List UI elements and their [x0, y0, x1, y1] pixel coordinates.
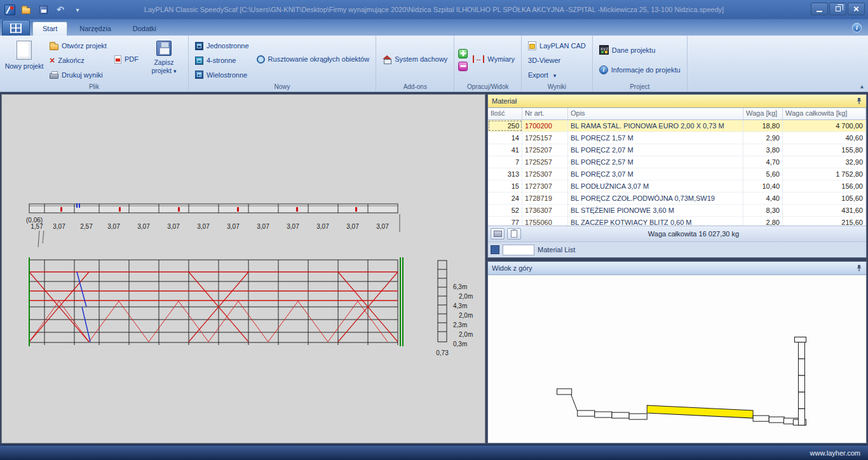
- add-button[interactable]: [458, 49, 468, 58]
- table-row[interactable]: 2501700200BL RAMA STAL. PIONOWA EURO 2,0…: [488, 120, 866, 132]
- help-info-icon[interactable]: [852, 23, 862, 32]
- topview-plan-drawing: [488, 275, 866, 442]
- drawing-canvas[interactable]: (0.06) 1,57 3,07 2,57 3,07 3,07 3,07 3,0…: [1, 94, 485, 443]
- layplan-cad-label: LayPLAN CAD: [539, 42, 586, 50]
- table-cell: 32,90: [783, 156, 866, 168]
- pdf-export-button[interactable]: PDF: [112, 53, 141, 66]
- material-report-button[interactable]: [491, 228, 505, 240]
- export-button[interactable]: Export: [526, 68, 588, 81]
- material-table-header[interactable]: Ilość Nr art. Opis Waga [kg] Waga całkow…: [488, 108, 866, 120]
- pin-icon[interactable]: [856, 264, 862, 272]
- qat-save-button[interactable]: [37, 3, 50, 16]
- svg-text:2,0m: 2,0m: [459, 312, 473, 319]
- jednostronne-button[interactable]: Jednostronne: [193, 39, 252, 53]
- new-project-label: Nowy projekt: [5, 62, 44, 71]
- ribbon-collapse-icon[interactable]: [860, 82, 864, 90]
- restore-button[interactable]: [829, 3, 846, 15]
- restore-icon: [836, 6, 841, 11]
- group-label-opracuj: Opracuj/Widok: [454, 83, 521, 90]
- project-data-button[interactable]: Dane projektu: [597, 43, 683, 57]
- window-controls: [811, 3, 865, 15]
- pin-icon[interactable]: [856, 97, 862, 105]
- app-logo-icon[interactable]: [4, 4, 15, 15]
- table-cell: 1728719: [522, 193, 568, 204]
- window-title: LayPLAN Classic SpeedyScaf [C:\Users\GN-…: [0, 6, 868, 13]
- close-icon: [853, 3, 859, 15]
- save-project-button[interactable]: Zapisz projekt: [144, 38, 184, 81]
- roof-system-button[interactable]: System dachowy: [380, 53, 450, 66]
- svg-text:6,3m: 6,3m: [453, 283, 467, 290]
- total-weight: Waga całkowita 16 027,30 kg: [524, 230, 864, 238]
- material-tab-icon[interactable]: [491, 245, 499, 254]
- czterostronne-button[interactable]: 4-stronne: [193, 54, 252, 67]
- col-ilosc[interactable]: Ilość: [488, 108, 522, 119]
- qat-open-button[interactable]: [20, 3, 32, 16]
- new-project-button[interactable]: Nowy projekt: [4, 38, 44, 81]
- svg-text:4,3m: 4,3m: [453, 302, 467, 309]
- print-results-button[interactable]: Drukuj wyniki: [47, 68, 109, 81]
- table-row[interactable]: 771755060BL ZACZEP KOTWIACY BLITZ 0,60 M…: [488, 217, 866, 226]
- col-opis[interactable]: Opis: [568, 108, 743, 119]
- table-row[interactable]: 411725207BL PORĘCZ 2,07 M3,80155,80: [488, 144, 866, 156]
- col-waga[interactable]: Waga [kg]: [743, 108, 783, 119]
- exit-button[interactable]: Zakończ: [47, 54, 109, 67]
- material-table-body[interactable]: 2501700200BL RAMA STAL. PIONOWA EURO 2,0…: [488, 120, 866, 226]
- floppy-icon: [39, 6, 48, 14]
- minimize-button[interactable]: [811, 3, 828, 15]
- material-list-tab[interactable]: Material List: [538, 246, 575, 254]
- table-row[interactable]: 141725157BL PORĘCZ 1,57 M2,9040,60: [488, 132, 866, 144]
- table-row[interactable]: 151727307BL PODŁUŻNICA 3,07 M10,40156,00: [488, 180, 866, 193]
- layplan-cad-button[interactable]: LayPLAN CAD: [526, 39, 588, 53]
- qat-customize-button[interactable]: [71, 3, 84, 16]
- table-row[interactable]: 3131725307BL PORĘCZ 3,07 M5,601 752,80: [488, 168, 866, 180]
- material-panel-header[interactable]: Materiał: [488, 95, 866, 108]
- remove-button[interactable]: [458, 62, 468, 71]
- material-copy-button[interactable]: [507, 228, 521, 240]
- project-info-button[interactable]: Informacje do projektu: [597, 63, 683, 76]
- svg-text:1,57: 1,57: [31, 223, 43, 230]
- table-row[interactable]: 71725257BL PORĘCZ 2,57 M4,7032,90: [488, 156, 866, 168]
- svg-text:3,07: 3,07: [197, 223, 210, 230]
- undo-icon: [57, 4, 64, 15]
- table-cell: 77: [488, 217, 522, 226]
- table-cell: 1700200: [522, 120, 568, 132]
- col-waga-calkowita[interactable]: Waga całkowita [kg]: [783, 108, 866, 119]
- qat-undo-button[interactable]: [54, 3, 67, 16]
- ribbon-tab-bar: Start Narzędzia Dodatki: [0, 19, 868, 36]
- ribbon-group-wyniki: LayPLAN CAD 3D-Viewer Export Wyniki: [522, 36, 593, 91]
- open-project-button[interactable]: Otwórz projekt: [47, 39, 109, 53]
- close-button[interactable]: [848, 3, 865, 15]
- ribbon-group-plik: Nowy projekt Otwórz projekt Zakończ Druk…: [0, 36, 189, 91]
- multi-sided-icon: [195, 71, 203, 79]
- dimensions-button[interactable]: Wymiary: [470, 53, 517, 66]
- viewer-3d-button[interactable]: 3D-Viewer: [526, 54, 588, 67]
- title-bar: LayPLAN Classic SpeedyScaf [C:\Users\GN-…: [0, 0, 868, 19]
- table-row[interactable]: 241728719BL PORĘCZ CZOŁ.PODWÓJNA 0,73M,S…: [488, 193, 866, 205]
- topview-canvas[interactable]: [488, 275, 866, 443]
- table-cell: BL ZACZEP KOTWIACY BLITZ 0,60 M: [568, 217, 743, 226]
- tab-start[interactable]: Start: [32, 22, 67, 36]
- ribbon: Nowy projekt Otwórz projekt Zakończ Druk…: [0, 36, 868, 92]
- table-cell: 2,90: [743, 132, 783, 144]
- ribbon-group-project: Dane projektu Informacje do projektu Pro…: [593, 36, 688, 91]
- col-nr-art[interactable]: Nr art.: [522, 108, 568, 119]
- ribbon-group-addons: System dachowy Add-ons: [376, 36, 454, 91]
- material-tab-box[interactable]: [503, 245, 534, 255]
- table-cell: 1725157: [522, 132, 568, 144]
- tab-narzedzia-label: Narzędzia: [79, 25, 111, 32]
- round-objects-button[interactable]: Rusztowanie okrągłych obiektów: [254, 53, 372, 66]
- roof-system-label: System dachowy: [395, 55, 447, 63]
- material-panel-title: Materiał: [492, 97, 517, 105]
- minimize-icon: [817, 11, 822, 12]
- tab-dodatki[interactable]: Dodatki: [123, 22, 166, 36]
- topview-panel-header[interactable]: Widok z góry: [488, 262, 866, 275]
- svg-text:3,07: 3,07: [257, 223, 269, 230]
- table-row[interactable]: 521736307BL STĘŻENIE PIONOWE 3,60 M8,304…: [488, 205, 866, 217]
- tab-narzedzia[interactable]: Narzędzia: [70, 22, 121, 36]
- minus-icon: [458, 62, 468, 71]
- export-caret-icon: [552, 71, 557, 79]
- application-menu-button[interactable]: [2, 20, 30, 36]
- jednostronne-label: Jednostronne: [207, 42, 249, 50]
- material-toolbar: Waga całkowita 16 027,30 kg: [488, 226, 866, 241]
- wielostronne-button[interactable]: Wielostronne: [193, 68, 252, 81]
